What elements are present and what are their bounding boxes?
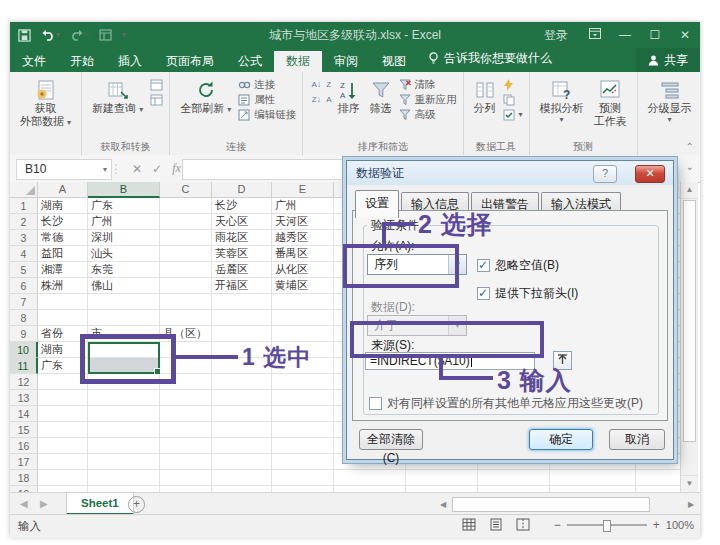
edit-links-button[interactable]: 编辑链接: [237, 108, 296, 121]
sheet-tab-sheet1[interactable]: Sheet1: [66, 493, 134, 515]
cell-E17[interactable]: [272, 454, 334, 470]
row-header-17[interactable]: 17: [10, 454, 38, 470]
name-box[interactable]: B10 ▾: [16, 159, 112, 180]
checkbox-checked-icon[interactable]: [477, 287, 490, 300]
cell-B16[interactable]: [88, 438, 160, 454]
cell-C15[interactable]: [160, 422, 212, 438]
cell-I18[interactable]: [550, 470, 636, 486]
scroll-up-icon[interactable]: ▲: [681, 182, 698, 199]
vertical-scroll-thumb[interactable]: [683, 200, 696, 442]
advanced-filter-button[interactable]: 高级: [398, 108, 457, 121]
scroll-down-icon[interactable]: ▼: [681, 475, 698, 492]
sort-za-icon-button[interactable]: Z↓A: [309, 93, 331, 106]
apply-to-all-checkbox[interactable]: 对有同样设置的所有其他单元格应用这些更改(P): [369, 395, 643, 412]
cell-A1[interactable]: 湖南: [38, 198, 88, 214]
row-header-18[interactable]: 18: [10, 470, 38, 486]
cell-C13[interactable]: [160, 390, 212, 406]
tab-home[interactable]: 开始: [58, 51, 106, 72]
select-all-corner[interactable]: [10, 182, 38, 198]
outline-button[interactable]: 分级显示 ▾: [644, 76, 696, 127]
cancel-button[interactable]: 取消: [609, 429, 665, 450]
checkbox-unchecked-icon[interactable]: [369, 397, 382, 410]
get-external-data-button[interactable]: 获取 外部数据 ▾: [16, 76, 75, 130]
cell-D2[interactable]: 天心区: [212, 214, 272, 230]
cell-E5[interactable]: 从化区: [272, 262, 334, 278]
column-header-D[interactable]: D: [212, 182, 272, 198]
row-header-3[interactable]: 3: [10, 230, 38, 246]
cell-C7[interactable]: [160, 294, 212, 310]
row-header-1[interactable]: 1: [10, 198, 38, 214]
cell-E1[interactable]: 广州: [272, 198, 334, 214]
cell-E7[interactable]: [272, 294, 334, 310]
zoom-slider[interactable]: [567, 524, 647, 526]
properties-button[interactable]: 属性: [237, 93, 296, 106]
cell-A17[interactable]: [38, 454, 88, 470]
cell-C2[interactable]: [160, 214, 212, 230]
cell-B5[interactable]: 东莞: [88, 262, 160, 278]
cell-A4[interactable]: 益阳: [38, 246, 88, 262]
row-header-8[interactable]: 8: [10, 310, 38, 326]
tab-formulas[interactable]: 公式: [226, 51, 274, 72]
row-header-11[interactable]: 11: [10, 358, 38, 374]
cell-E3[interactable]: 越秀区: [272, 230, 334, 246]
prev-sheet-icon[interactable]: ◀: [20, 493, 28, 515]
cell-E9[interactable]: [272, 326, 334, 342]
cell-E18[interactable]: [272, 470, 334, 486]
new-sheet-button[interactable]: +: [128, 496, 145, 513]
cell-B14[interactable]: [88, 406, 160, 422]
sign-in-button[interactable]: 登录: [532, 27, 580, 44]
reapply-filter-button[interactable]: 重新应用: [398, 93, 457, 106]
vertical-scrollbar[interactable]: ▲ ▼: [680, 182, 698, 492]
clear-filter-button[interactable]: 清除: [398, 78, 457, 91]
column-header-A[interactable]: A: [38, 182, 88, 198]
cell-C3[interactable]: [160, 230, 212, 246]
cell-C17[interactable]: [160, 454, 212, 470]
tell-me-box[interactable]: 告诉我你想要做什么: [418, 46, 562, 72]
minimize-button[interactable]: —: [610, 22, 640, 48]
cancel-entry-icon[interactable]: ✕: [132, 162, 142, 176]
cell-C8[interactable]: [160, 310, 212, 326]
zoom-slider-thumb[interactable]: [603, 520, 611, 532]
cell-E12[interactable]: [272, 374, 334, 390]
cell-E16[interactable]: [272, 438, 334, 454]
cell-A5[interactable]: 湘潭: [38, 262, 88, 278]
next-sheet-icon[interactable]: ▶: [40, 493, 48, 515]
cell-E4[interactable]: 番禺区: [272, 246, 334, 262]
insert-function-icon[interactable]: fx: [172, 161, 181, 176]
ribbon-display-options-icon[interactable]: [580, 22, 610, 48]
cell-D4[interactable]: 芙蓉区: [212, 246, 272, 262]
cell-C4[interactable]: [160, 246, 212, 262]
column-header-C[interactable]: C: [160, 182, 212, 198]
cell-B4[interactable]: 汕头: [88, 246, 160, 262]
scroll-right-icon[interactable]: ▶: [684, 500, 698, 509]
flash-fill-icon-button[interactable]: [502, 78, 523, 91]
cell-C14[interactable]: [160, 406, 212, 422]
in-cell-dropdown-checkbox[interactable]: 提供下拉箭头(I): [477, 285, 578, 302]
cell-D7[interactable]: [212, 294, 272, 310]
page-layout-view-icon[interactable]: [490, 518, 502, 531]
cell-B7[interactable]: [88, 294, 160, 310]
share-button[interactable]: 共享: [636, 48, 700, 72]
row-header-2[interactable]: 2: [10, 214, 38, 230]
column-header-E[interactable]: E: [272, 182, 334, 198]
close-button[interactable]: ✕: [670, 22, 700, 48]
cell-A3[interactable]: 常德: [38, 230, 88, 246]
cell-E8[interactable]: [272, 310, 334, 326]
row-header-6[interactable]: 6: [10, 278, 38, 294]
recent-sources-icon-button[interactable]: [149, 78, 163, 91]
cell-J18[interactable]: [636, 470, 680, 486]
data-validation-icon-button[interactable]: ▾: [502, 108, 523, 121]
cell-A14[interactable]: [38, 406, 88, 422]
forecast-sheet-button[interactable]: 预测 工作表: [590, 76, 631, 130]
sort-button[interactable]: ZA 排序: [334, 76, 364, 117]
refresh-all-button[interactable]: 全部刷新 ▾: [176, 76, 235, 117]
cell-A2[interactable]: 长沙: [38, 214, 88, 230]
clear-all-button[interactable]: 全部清除(C): [359, 429, 423, 450]
row-header-13[interactable]: 13: [10, 390, 38, 406]
cell-B1[interactable]: 广东: [88, 198, 160, 214]
checkbox-checked-icon[interactable]: [477, 259, 490, 272]
cell-A6[interactable]: 株洲: [38, 278, 88, 294]
page-break-view-icon[interactable]: [516, 518, 530, 531]
connections-button[interactable]: 连接: [237, 78, 296, 91]
cell-C16[interactable]: [160, 438, 212, 454]
